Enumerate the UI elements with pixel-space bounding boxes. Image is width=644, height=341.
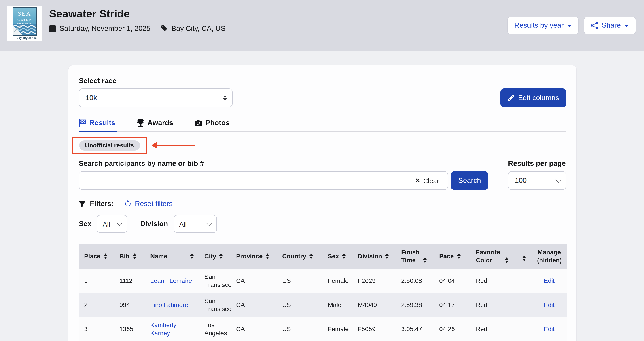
tab-photos[interactable]: Photos [195,119,230,131]
results-per-page-select[interactable]: 100 [508,171,566,190]
tab-awards[interactable]: Awards [137,119,173,131]
chevron-down-icon [556,177,561,183]
updown-arrows-icon [223,95,227,101]
column-header-city[interactable]: City [199,244,231,269]
select-race-label: Select race [79,77,232,85]
search-input[interactable] [79,171,448,190]
sex-filter-value: All [103,220,110,228]
event-date: Saturday, November 1, 2025 [60,24,150,33]
cell-manage: Edit [532,317,567,341]
caret-down-icon [567,24,572,27]
cell-city: San Fransisco [199,293,231,317]
search-button[interactable]: Search [451,171,488,190]
table-header-row: Place Bib Name City Province Country Sex… [79,244,567,269]
column-header-country[interactable]: Country [277,244,322,269]
cell-empty [516,317,532,341]
status-badge: Unofficial results [79,140,140,150]
column-header-sex[interactable]: Sex [322,244,352,269]
search-button-label: Search [458,177,481,185]
column-header-favorite-color[interactable]: Favorite Color [470,244,516,269]
results-by-year-label: Results by year [514,21,564,29]
column-header-place[interactable]: Place [79,244,114,269]
column-header-finish-time[interactable]: Finish Time [396,244,434,269]
logo-text-line2: WATER [13,18,36,22]
column-header-pace[interactable]: Pace [434,244,470,269]
sort-icon [423,257,427,263]
annotation-highlight-box: Unofficial results [72,137,147,154]
cell-country: US [277,293,322,317]
funnel-icon [79,200,86,207]
col-label: Province [236,252,262,260]
cell-division: M4049 [352,293,396,317]
sex-filter-select[interactable]: All [97,215,128,233]
edit-link[interactable]: Edit [544,301,554,308]
table-row: 1 1112 Leann Lemaire San Fransisco CA US… [79,269,567,293]
sex-filter-label: Sex [79,220,92,228]
column-header-bib[interactable]: Bib [114,244,145,269]
tab-results[interactable]: Results [79,119,116,131]
results-per-page-value: 100 [515,177,526,185]
cell-empty [516,293,532,317]
reset-filters-link[interactable]: Reset filters [124,200,173,208]
column-header-manage: Manage (hidden) [532,244,567,269]
division-filter-value: All [179,220,186,228]
results-by-year-button[interactable]: Results by year [507,16,579,34]
cell-division: F5059 [352,317,396,341]
column-header-province[interactable]: Province [231,244,277,269]
cell-manage: Edit [532,269,567,293]
sort-icon [385,253,389,259]
participant-link[interactable]: Kymberly Karney [150,321,176,337]
participant-link[interactable]: Leann Lemaire [150,277,192,284]
column-header-division[interactable]: Division [352,244,396,269]
column-header-name[interactable]: Name [145,244,199,269]
cell-province: CA [231,317,277,341]
annotation-arrow [157,145,195,146]
col-label: Country [282,252,306,260]
results-per-page-label: Results per page [508,160,566,168]
sort-icon [309,253,313,259]
cell-name: Lino Latimore [145,293,199,317]
event-header: SEA WATER STRIDE Bay city series Seawate… [0,0,644,51]
sort-icon [505,257,508,263]
tab-results-label: Results [90,119,116,127]
division-filter-select[interactable]: All [173,215,217,233]
sort-icon [104,253,107,259]
cell-division: F2029 [352,269,396,293]
share-button[interactable]: Share [584,16,636,34]
clear-button[interactable]: ✕ Clear [412,171,442,190]
cell-place: 1 [79,269,114,293]
col-label: Favorite Color [476,248,502,264]
edit-link[interactable]: Edit [544,277,554,284]
cell-bib: 1112 [114,269,145,293]
cell-name: Leann Lemaire [145,269,199,293]
participant-link[interactable]: Lino Latimore [150,301,188,308]
col-label: Manage (hidden) [537,249,562,264]
cell-province: CA [231,293,277,317]
col-label: Sex [328,252,339,260]
search-label: Search participants by name or bib # [79,160,488,168]
cell-bib: 994 [114,293,145,317]
edit-columns-button[interactable]: Edit columns [501,88,566,107]
share-icon [591,22,598,29]
chevron-down-icon [206,220,212,226]
cell-favorite-color: Red [470,317,516,341]
sort-icon [190,253,194,259]
column-header-extra-sort[interactable] [516,244,532,269]
edit-link[interactable]: Edit [544,325,554,333]
col-label: Bib [120,252,130,260]
division-filter-label: Division [140,220,168,228]
sort-icon [266,253,269,259]
clear-label: Clear [423,177,439,184]
cell-bib: 1365 [114,317,145,341]
logo-caption: Bay city series [12,37,37,39]
col-label: Pace [439,252,454,260]
sort-icon [132,253,136,259]
pencil-icon [508,94,514,101]
checkered-flag-icon [79,119,86,127]
cell-pace: 04:17 [434,293,470,317]
cell-city: San Fransisco [199,269,231,293]
sort-icon [522,255,526,261]
race-select[interactable]: 10k [79,88,232,107]
cell-sex: Female [322,317,352,341]
cell-pace: 04:04 [434,269,470,293]
